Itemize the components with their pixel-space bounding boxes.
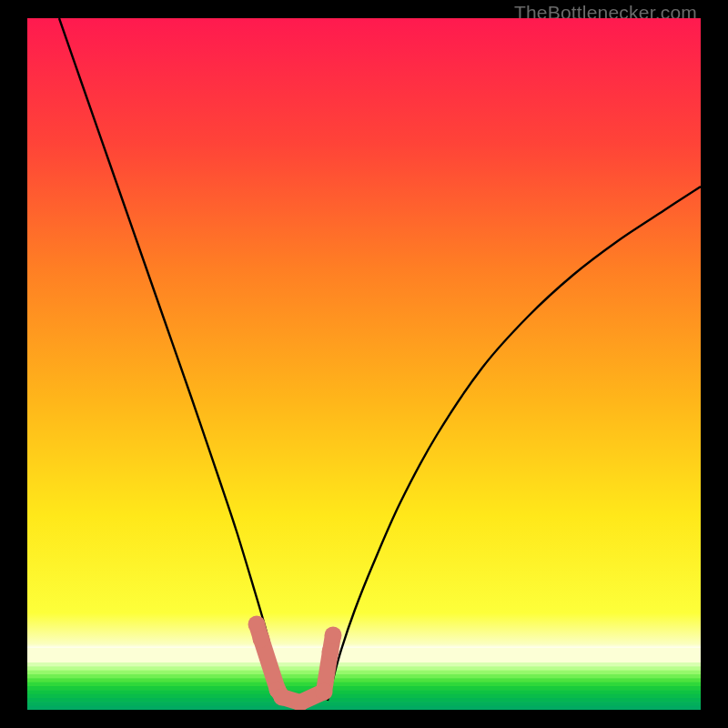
gradient-background — [27, 18, 701, 710]
bottleneck-chart — [27, 18, 701, 710]
svg-rect-7 — [27, 690, 701, 694]
svg-rect-6 — [27, 686, 701, 691]
svg-rect-4 — [27, 678, 701, 682]
svg-rect-3 — [27, 674, 701, 679]
yellow-valley-band — [27, 648, 701, 662]
valley-marker — [316, 683, 333, 701]
svg-rect-9 — [27, 698, 701, 703]
chart-frame — [27, 18, 701, 710]
valley-marker — [325, 627, 342, 644]
svg-rect-1 — [27, 666, 701, 671]
svg-rect-2 — [27, 671, 701, 675]
green-bottom-bands — [27, 662, 701, 710]
svg-rect-5 — [27, 682, 701, 687]
valley-marker — [322, 643, 339, 661]
svg-rect-8 — [27, 694, 701, 699]
svg-rect-0 — [27, 662, 701, 667]
svg-rect-10 — [27, 702, 701, 706]
svg-rect-12 — [27, 648, 701, 662]
valley-marker — [253, 631, 270, 648]
valley-marker — [274, 689, 291, 706]
svg-rect-11 — [27, 706, 701, 710]
